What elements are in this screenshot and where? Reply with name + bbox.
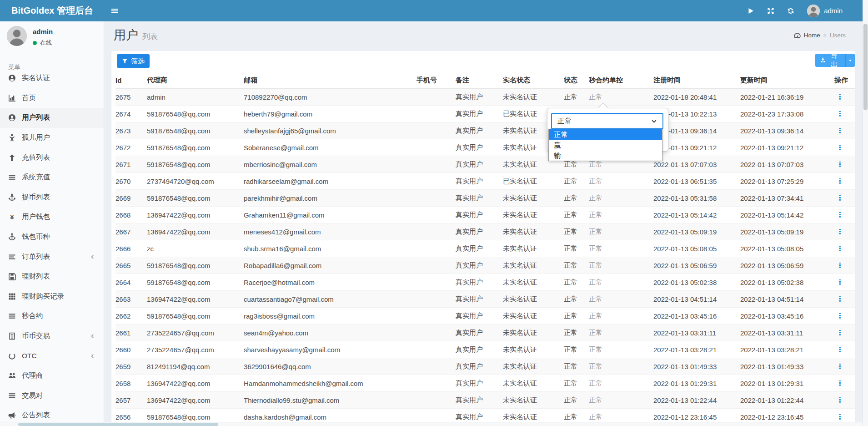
cell-updated: 2022-01-13 01:29:31 [740, 380, 834, 387]
cell-email: Racerjoe@hotmail.com [244, 279, 416, 286]
option-正常[interactable]: 正常 [549, 129, 662, 140]
sidebar-item-finance-list[interactable]: 理财列表 [0, 267, 104, 287]
fullscreen-icon[interactable] [767, 7, 774, 15]
sidebar-item-wallet-coins[interactable]: 钱包币种 [0, 227, 104, 247]
breadcrumb-home-link[interactable]: Home [804, 32, 820, 39]
export-dropdown-toggle[interactable] [845, 54, 855, 67]
cell-email: Grahamken11@gmail.com [244, 211, 416, 219]
row-actions-button[interactable]: ⋮ [834, 178, 855, 184]
cell-created: 2022-01-13 06:51:35 [653, 178, 740, 185]
row-actions-button[interactable]: ⋮ [834, 279, 855, 285]
table-row: 2674591876548@qq.comheberth79@gmail.com真… [115, 106, 855, 122]
refresh-icon[interactable] [787, 7, 794, 15]
users-card: 筛选 导出 Id代理商邮箱手机号备注实名状态状态秒合约单控注册时间更新时间操作 … [111, 51, 855, 426]
horizontal-scrollbar[interactable] [0, 422, 863, 426]
sidebar-item-real-name-auth[interactable]: 实名认证 [0, 68, 104, 88]
cell-id: 2672 [115, 144, 147, 152]
row-actions-button[interactable]: ⋮ [834, 111, 855, 117]
cell-remark: 真实用户 [456, 143, 503, 152]
sidebar-item-user-list[interactable]: 用户列表 [0, 108, 104, 128]
row-actions-button[interactable]: ⋮ [834, 195, 855, 201]
cell-kyc: 未实名认证 [503, 261, 564, 270]
sidebar-item-label: 首页 [22, 93, 36, 103]
arrow-up-icon [8, 154, 16, 162]
page-title-main: 用户 [114, 27, 138, 43]
sidebar-item-otc[interactable]: OTC [0, 346, 104, 366]
cell-id: 2657 [115, 396, 147, 404]
column-header: 手机号 [416, 76, 456, 85]
row-actions-button[interactable]: ⋮ [834, 347, 855, 352]
cell-email: meneses412@gmail.com [244, 228, 416, 236]
row-actions-button[interactable]: ⋮ [834, 263, 855, 268]
sidebar-item-trade-pairs[interactable]: 交易对 [0, 386, 104, 406]
sidebar-item-coin-trade[interactable]: 币币交易 [0, 326, 104, 346]
sidebar-item-second-contract[interactable]: 秒合约 [0, 306, 104, 326]
cell-status: 正常 [564, 244, 589, 253]
sidebar-item-orphan-users[interactable]: 孤儿用户 [0, 128, 104, 148]
cell-id: 2673 [115, 127, 147, 135]
row-actions-button[interactable]: ⋮ [834, 145, 855, 150]
sidebar-item-system-deposit[interactable]: 系统充值 [0, 167, 104, 188]
option-输[interactable]: 输 [549, 150, 662, 161]
export-button[interactable]: 导出 [815, 54, 845, 67]
table-row: 2673591876548@qq.comshelleystanfajgj65@g… [115, 122, 855, 139]
sidebar-item-withdraw-list[interactable]: 提币列表 [0, 188, 104, 208]
cell-agent: 591876548@qq.com [147, 312, 244, 320]
row-actions-button[interactable]: ⋮ [834, 313, 855, 319]
sidebar-item-user-wallet[interactable]: ¥用户钱包 [0, 207, 104, 227]
navbar-user-menu[interactable]: admin [807, 5, 843, 17]
sidebar-item-agents[interactable]: 代理商 [0, 366, 104, 386]
cell-status: 正常 [564, 312, 589, 320]
cell-remark: 真实用户 [456, 244, 503, 253]
row-actions-button[interactable]: ⋮ [834, 330, 855, 335]
cell-control: 正常 [589, 329, 653, 337]
cell-agent: 591876548@qq.com [147, 262, 244, 269]
order-control-select[interactable]: 正常 [551, 113, 663, 129]
sidebar-item-finance-purchase-records[interactable]: 理财购买记录 [0, 287, 104, 307]
play-icon[interactable] [747, 7, 754, 15]
sidebar-item-home[interactable]: 首页 [0, 88, 104, 108]
row-actions-button[interactable]: ⋮ [834, 162, 855, 167]
row-actions-button[interactable]: ⋮ [834, 246, 855, 251]
row-actions-button[interactable]: ⋮ [834, 94, 855, 100]
filter-button[interactable]: 筛选 [117, 54, 150, 68]
row-actions-button[interactable]: ⋮ [834, 364, 855, 369]
cell-remark: 真实用户 [456, 295, 503, 304]
cell-remark: 真实用户 [456, 194, 503, 203]
download-icon [820, 57, 826, 63]
row-actions-button[interactable]: ⋮ [834, 414, 855, 420]
cell-agent: 136947422@qq.com [147, 295, 244, 303]
row-actions-button[interactable]: ⋮ [834, 128, 855, 133]
vertical-scrollbar-thumb[interactable] [863, 24, 868, 110]
chevron-left-icon [90, 333, 95, 339]
horizontal-scrollbar-thumb[interactable] [18, 423, 218, 426]
sidebar-toggle-button[interactable] [104, 0, 125, 21]
cell-kyc: 未实名认证 [503, 396, 564, 405]
cell-remark: 真实用户 [456, 329, 503, 337]
cell-agent: 591876548@qq.com [147, 144, 244, 152]
bar-chart-icon [8, 94, 16, 102]
cell-email: Thiernodiallo99.stu@gmail.com [244, 396, 416, 404]
order-control-selected-value: 正常 [557, 117, 572, 126]
row-actions-button[interactable]: ⋮ [834, 296, 855, 302]
cell-control: 正常 [589, 362, 653, 371]
sidebar-item-deposit-list[interactable]: 充值列表 [0, 147, 104, 167]
row-actions-button[interactable]: ⋮ [834, 380, 855, 386]
option-赢[interactable]: 赢 [549, 140, 662, 150]
row-actions-button[interactable]: ⋮ [834, 229, 855, 234]
sidebar-item-order-list[interactable]: 订单列表 [0, 247, 104, 267]
row-actions-button[interactable]: ⋮ [834, 212, 855, 218]
sidebar-user-name: admin [33, 28, 53, 36]
cell-agent: 591876548@qq.com [147, 413, 244, 421]
vertical-scrollbar[interactable] [863, 0, 868, 426]
cell-kyc: 未实名认证 [503, 413, 564, 421]
cell-control: 正常 [589, 177, 653, 186]
cell-remark: 真实用户 [456, 379, 503, 388]
cell-created: 2022-01-13 03:45:16 [653, 312, 740, 320]
cell-updated: 2022-01-13 09:36:14 [740, 127, 834, 135]
cell-agent: 136947422@qq.com [147, 396, 244, 404]
column-header: 状态 [564, 76, 589, 85]
avatar [807, 5, 820, 17]
column-header: 备注 [456, 76, 503, 85]
row-actions-button[interactable]: ⋮ [834, 397, 855, 403]
